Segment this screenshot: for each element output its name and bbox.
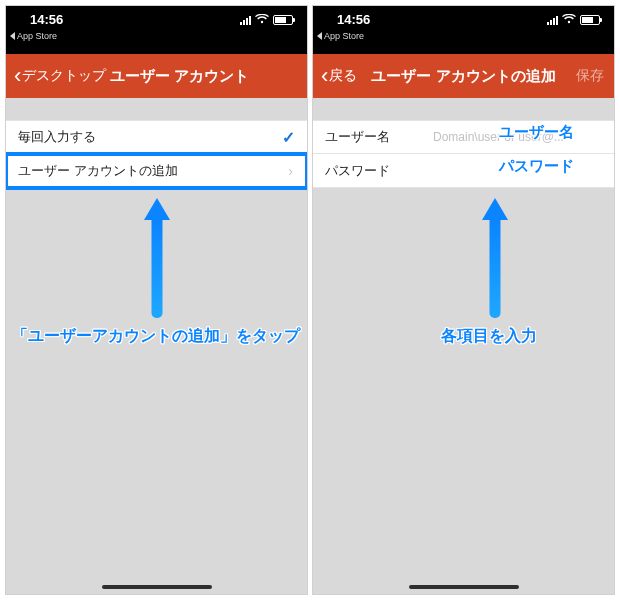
annotation-arrow — [145, 198, 169, 318]
annotation-arrow — [483, 198, 507, 318]
cellular-signal-icon — [240, 16, 251, 25]
checkmark-icon: ✓ — [282, 128, 295, 147]
wifi-icon — [562, 14, 576, 26]
content-area: ユーザー名 Domain\user or user@... パスワード ユーザー… — [313, 98, 614, 594]
status-bar: 14:56 App Store — [313, 6, 614, 54]
row-add-user-account[interactable]: ユーザー アカウントの追加 › — [6, 154, 307, 188]
back-triangle-icon — [10, 32, 15, 40]
nav-title: ユーザー アカウントの追加 — [313, 67, 614, 86]
annotation-caption: 「ユーザーアカウントの追加」をタップ — [12, 326, 300, 347]
home-indicator[interactable] — [102, 585, 212, 589]
content-area: 毎回入力する ✓ ユーザー アカウントの追加 › 「ユーザーアカウントの追加」を… — [6, 98, 307, 594]
status-time: 14:56 — [337, 12, 370, 27]
status-time: 14:56 — [30, 12, 63, 27]
nav-back-button[interactable]: ‹ デスクトップ — [14, 65, 106, 87]
battery-icon — [580, 15, 600, 25]
row-label: ユーザー アカウントの追加 — [18, 162, 178, 180]
nav-back-button[interactable]: ‹ 戻る — [321, 65, 357, 87]
annotation-username-label: ユーザー名 — [499, 123, 574, 142]
status-return-to-app[interactable]: App Store — [10, 31, 57, 41]
row-label: パスワード — [325, 162, 390, 180]
row-label: ユーザー名 — [325, 128, 390, 146]
navbar: ‹ デスクトップ ユーザー アカウント — [6, 54, 307, 98]
status-indicators — [240, 14, 293, 26]
nav-title: ユーザー アカウント — [110, 67, 249, 86]
phone-right: 14:56 App Store ‹ 戻る ユーザー アカウントの追加 保存 — [312, 5, 615, 595]
battery-icon — [273, 15, 293, 25]
nav-back-label: 戻る — [329, 67, 357, 85]
status-indicators — [547, 14, 600, 26]
chevron-right-icon: › — [288, 163, 293, 179]
home-indicator[interactable] — [409, 585, 519, 589]
status-bar: 14:56 App Store — [6, 6, 307, 54]
wifi-icon — [255, 14, 269, 26]
row-label: 毎回入力する — [18, 128, 96, 146]
status-return-label: App Store — [324, 31, 364, 41]
status-return-label: App Store — [17, 31, 57, 41]
cellular-signal-icon — [547, 16, 558, 25]
annotation-password-label: パスワード — [499, 157, 574, 176]
chevron-left-icon: ‹ — [14, 65, 21, 87]
status-return-to-app[interactable]: App Store — [317, 31, 364, 41]
row-ask-every-time[interactable]: 毎回入力する ✓ — [6, 120, 307, 154]
nav-save-button[interactable]: 保存 — [576, 54, 604, 98]
annotation-caption: 各項目を入力 — [441, 326, 537, 347]
phone-left: 14:56 App Store ‹ デスクトップ ユーザー アカウント — [5, 5, 308, 595]
screenshot-canvas: 14:56 App Store ‹ デスクトップ ユーザー アカウント — [0, 0, 620, 600]
back-triangle-icon — [317, 32, 322, 40]
chevron-left-icon: ‹ — [321, 65, 328, 87]
navbar: ‹ 戻る ユーザー アカウントの追加 保存 — [313, 54, 614, 98]
nav-back-label: デスクトップ — [22, 67, 106, 85]
